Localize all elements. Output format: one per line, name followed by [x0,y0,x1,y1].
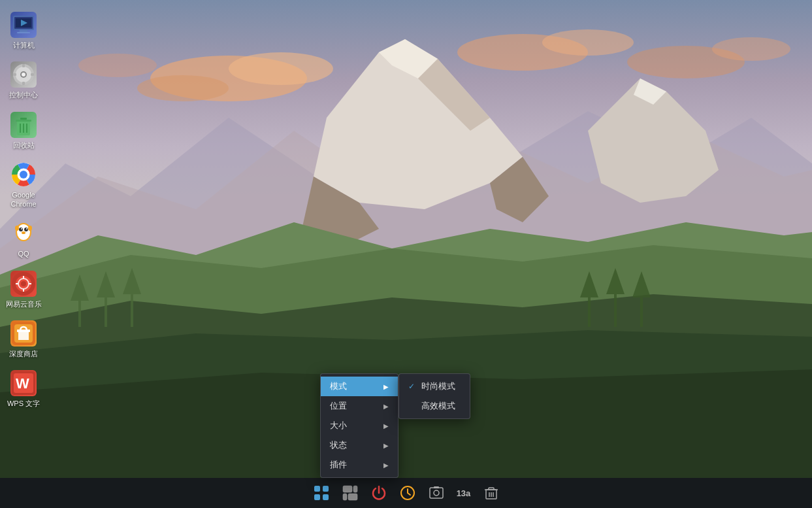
qq-icon-img [10,220,37,246]
desktop-icon-control-center[interactable]: 控制中心 [0,56,47,105]
svg-point-49 [24,228,28,231]
svg-rect-73 [343,486,352,492]
svg-point-2 [229,52,333,85]
wps-icon-img: W [10,370,37,396]
music-icon-label: 网易云音乐 [6,299,42,309]
store-icon-label: 深度商店 [9,349,38,358]
svg-rect-31 [22,64,25,67]
svg-text:W: W [16,375,29,392]
svg-rect-70 [323,486,329,492]
desktop: 计算机 控制中心 [0,0,812,508]
svg-rect-80 [434,486,439,488]
qq-icon-label: QQ [18,249,29,258]
svg-point-35 [22,73,25,76]
context-menu-item-mode[interactable]: 模式 ▶ [321,377,398,396]
svg-rect-74 [353,486,357,492]
svg-point-50 [21,228,22,229]
submenu-mode: ✓ 时尚模式 高效模式 [398,373,470,419]
desktop-icons: 计算机 控制中心 [0,0,47,422]
svg-rect-78 [430,488,443,498]
svg-rect-32 [22,82,25,85]
desktop-icon-qq[interactable]: QQ [0,215,47,263]
store-icon-img [10,320,37,347]
svg-point-44 [20,171,27,178]
svg-rect-24 [20,30,27,32]
svg-point-5 [542,29,634,56]
svg-rect-83 [489,488,494,490]
svg-rect-34 [31,73,34,76]
submenu-item-fashion-mode[interactable]: ✓ 时尚模式 [399,377,470,396]
chrome-icon-img [10,161,37,188]
svg-point-79 [434,490,439,496]
desktop-icon-recycle-bin[interactable]: 回收站 [0,107,47,155]
svg-point-52 [22,231,25,234]
svg-point-51 [26,228,27,229]
svg-rect-14 [131,294,133,327]
computer-icon-label: 计算机 [13,41,35,50]
desktop-icon-deepin-store[interactable]: 深度商店 [0,315,47,364]
svg-rect-76 [348,494,357,500]
submenu-item-efficient-mode[interactable]: 高效模式 [399,396,470,416]
svg-rect-38 [20,118,27,120]
svg-rect-72 [323,494,329,500]
context-menu: 模式 ▶ 位置 ▶ 大小 ▶ 状态 ▶ 插件 ▶ [320,373,398,478]
main-context-menu: 模式 ▶ 位置 ▶ 大小 ▶ 状态 ▶ 插件 ▶ [320,373,398,478]
checkmark-icon: ✓ [408,382,417,391]
svg-point-3 [137,75,229,101]
recycle-bin-icon-label: 回收站 [13,141,35,150]
desktop-icon-computer[interactable]: 计算机 [0,7,47,55]
control-center-icon-img [10,61,37,88]
context-menu-item-position[interactable]: 位置 ▶ [321,396,398,416]
taskbar-multitask[interactable] [337,480,363,506]
taskbar-clock[interactable] [395,480,421,506]
svg-point-53 [15,226,19,231]
svg-point-54 [28,226,32,231]
svg-rect-10 [78,301,81,327]
arrow-icon: ▶ [383,442,389,449]
music-icon-img [10,271,37,297]
svg-point-57 [21,281,26,286]
svg-rect-75 [343,494,347,500]
arrow-icon: ▶ [383,383,389,390]
svg-rect-18 [614,294,617,327]
svg-point-7 [712,37,790,61]
taskbar-launcher[interactable] [308,480,334,506]
svg-point-48 [19,228,23,231]
arrow-icon: ▶ [383,403,389,410]
taskbar-screenshot[interactable] [423,480,449,506]
chrome-icon-label: Google Chrome [3,190,44,209]
recycle-bin-icon-img [10,112,37,138]
desktop-icon-wps[interactable]: W WPS 文字 [0,365,47,413]
svg-rect-69 [314,486,320,492]
checkmark-placeholder [408,401,417,411]
svg-rect-37 [16,120,31,122]
svg-rect-65 [17,330,30,332]
svg-rect-33 [13,73,16,76]
taskbar-power[interactable] [366,480,392,506]
taskbar-time-badge[interactable]: 13a [452,480,476,506]
svg-rect-25 [17,32,30,33]
desktop-icon-google-chrome[interactable]: Google Chrome [0,156,47,214]
arrow-icon: ▶ [383,422,389,430]
svg-point-9 [78,54,157,77]
context-menu-item-plugin[interactable]: 插件 ▶ [321,455,398,475]
desktop-icon-netease-music[interactable]: 网易云音乐 [0,265,47,314]
taskbar-trash[interactable] [478,480,504,506]
wps-icon-label: WPS 文字 [7,399,40,408]
arrow-icon: ▶ [383,462,389,469]
taskbar: 13a [0,478,812,508]
context-menu-item-status[interactable]: 状态 ▶ [321,435,398,455]
svg-rect-12 [105,297,107,327]
computer-icon-img [10,12,37,38]
control-center-icon-label: 控制中心 [9,90,38,99]
context-menu-item-size[interactable]: 大小 ▶ [321,416,398,435]
svg-rect-16 [588,297,591,327]
svg-rect-71 [314,494,320,500]
svg-rect-20 [640,297,643,327]
